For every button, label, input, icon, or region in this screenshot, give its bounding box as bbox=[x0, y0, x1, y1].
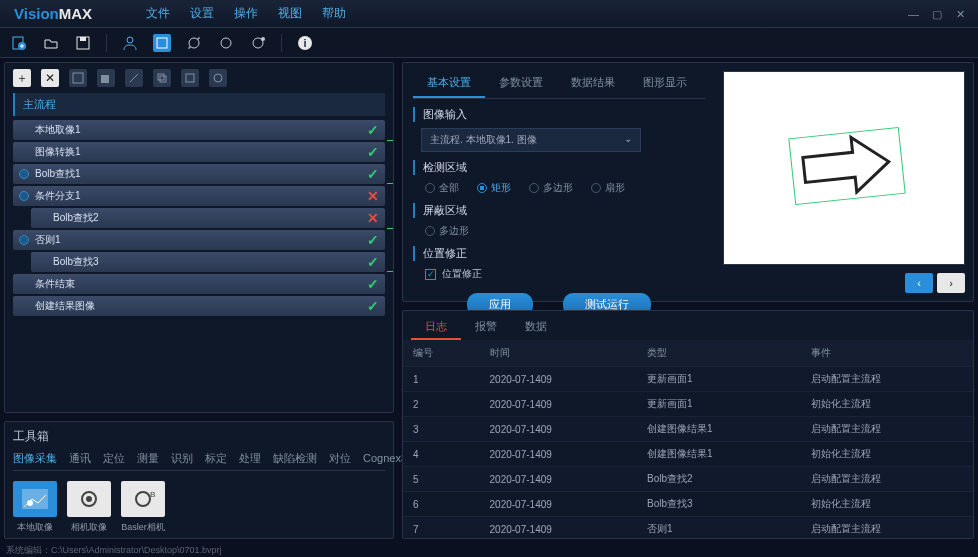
toolbox-tab[interactable]: 图像采集 bbox=[13, 451, 57, 466]
svg-rect-5 bbox=[157, 38, 167, 48]
radio-rect[interactable]: 矩形 bbox=[477, 181, 511, 195]
prev-button[interactable]: ‹ bbox=[905, 273, 933, 293]
flow-t4-button[interactable] bbox=[153, 69, 171, 87]
menu-settings[interactable]: 设置 bbox=[190, 5, 214, 22]
flow-item[interactable]: 本地取像1✓ bbox=[13, 120, 385, 140]
flow-item[interactable]: Bolb查找2✕ bbox=[31, 208, 385, 228]
toolbox-item[interactable]: 相机取像 bbox=[67, 481, 111, 534]
sec-image-input: 图像输入 bbox=[413, 107, 705, 122]
log-panel: 日志 报警 数据 编号时间类型事件12020-07-1409更新画面1启动配置主… bbox=[402, 310, 974, 539]
table-row[interactable]: 72020-07-1409否则1启动配置主流程 bbox=[403, 517, 973, 539]
svg-rect-10 bbox=[101, 75, 109, 83]
radio-all[interactable]: 全部 bbox=[425, 181, 459, 195]
radio-fan[interactable]: 扇形 bbox=[591, 181, 625, 195]
check-icon: ✓ bbox=[367, 144, 379, 160]
flow-t2-button[interactable] bbox=[97, 69, 115, 87]
log-header: 类型 bbox=[637, 340, 801, 367]
svg-point-6 bbox=[261, 37, 265, 41]
toolbox-tab[interactable]: 通讯 bbox=[69, 451, 91, 466]
loop3-icon[interactable] bbox=[249, 34, 267, 52]
tool-icon[interactable] bbox=[153, 34, 171, 52]
table-row[interactable]: 42020-07-1409创建图像结果1初始化主流程 bbox=[403, 442, 973, 467]
table-row[interactable]: 62020-07-1409Bolb查找3初始化主流程 bbox=[403, 492, 973, 517]
user-icon[interactable] bbox=[121, 34, 139, 52]
toolbox-item[interactable]: 本地取像 bbox=[13, 481, 57, 534]
toolbox-panel: 工具箱 图像采集通讯定位测量识别标定处理缺陷检测对位Cognex检测工具> 本地… bbox=[4, 421, 394, 539]
svg-rect-21 bbox=[789, 127, 905, 204]
info-icon[interactable]: i bbox=[296, 34, 314, 52]
minimize-icon[interactable]: — bbox=[908, 8, 920, 20]
log-header: 时间 bbox=[480, 340, 637, 367]
menu-help[interactable]: 帮助 bbox=[322, 5, 346, 22]
toolbox-tab[interactable]: 识别 bbox=[171, 451, 193, 466]
flow-item[interactable]: 创建结果图像✓ bbox=[13, 296, 385, 316]
flow-item[interactable]: Bolb查找3✓ bbox=[31, 252, 385, 272]
table-row[interactable]: 12020-07-1409更新画面1启动配置主流程 bbox=[403, 367, 973, 392]
flow-t3-button[interactable] bbox=[125, 69, 143, 87]
table-row[interactable]: 22020-07-1409更新画面1初始化主流程 bbox=[403, 392, 973, 417]
preview-image[interactable] bbox=[723, 71, 965, 265]
maximize-icon[interactable]: ▢ bbox=[932, 8, 944, 20]
expand-icon[interactable] bbox=[19, 191, 29, 201]
new-icon[interactable] bbox=[10, 34, 28, 52]
toolbox-tab[interactable]: 处理 bbox=[239, 451, 261, 466]
svg-point-19 bbox=[136, 492, 150, 506]
open-icon[interactable] bbox=[42, 34, 60, 52]
menu-view[interactable]: 视图 bbox=[278, 5, 302, 22]
flow-t5-button[interactable] bbox=[181, 69, 199, 87]
cross-icon: ✕ bbox=[367, 188, 379, 204]
toolbox-tab[interactable]: 缺陷检测 bbox=[273, 451, 317, 466]
svg-text:B: B bbox=[150, 490, 155, 499]
radio-mask-poly[interactable]: 多边形 bbox=[425, 224, 469, 238]
pos-checkbox[interactable]: ✓ bbox=[425, 269, 436, 280]
flow-item[interactable]: 否则1✓ bbox=[13, 230, 385, 250]
flow-item[interactable]: 条件结束✓ bbox=[13, 274, 385, 294]
menu-file[interactable]: 文件 bbox=[146, 5, 170, 22]
toolbox-tab[interactable]: 定位 bbox=[103, 451, 125, 466]
flow-add-button[interactable]: ＋ bbox=[13, 69, 31, 87]
tab-graph[interactable]: 图形显示 bbox=[629, 69, 701, 98]
flow-t1-button[interactable] bbox=[69, 69, 87, 87]
loop2-icon[interactable] bbox=[217, 34, 235, 52]
flow-del-button[interactable]: ✕ bbox=[41, 69, 59, 87]
svg-point-14 bbox=[214, 74, 222, 82]
loop1-icon[interactable] bbox=[185, 34, 203, 52]
tab-basic[interactable]: 基本设置 bbox=[413, 69, 485, 98]
svg-rect-3 bbox=[80, 37, 86, 41]
tab-logdata[interactable]: 数据 bbox=[511, 315, 561, 340]
log-header: 事件 bbox=[801, 340, 973, 367]
titlebar: VisionMAX 文件 设置 操作 视图 帮助 — ▢ ✕ bbox=[0, 0, 978, 28]
close-icon[interactable]: ✕ bbox=[956, 8, 968, 20]
toolbox-tab[interactable]: 对位 bbox=[329, 451, 351, 466]
tab-log[interactable]: 日志 bbox=[411, 315, 461, 340]
radio-poly[interactable]: 多边形 bbox=[529, 181, 573, 195]
settings-panel: 基本设置 参数设置 数据结果 图形显示 图像输入 主流程. 本地取像1. 图像⌄… bbox=[402, 62, 974, 302]
svg-point-18 bbox=[86, 496, 92, 502]
flow-item[interactable]: 图像转换1✓ bbox=[13, 142, 385, 162]
check-icon: ✓ bbox=[367, 122, 379, 138]
table-row[interactable]: 32020-07-1409创建图像结果1启动配置主流程 bbox=[403, 417, 973, 442]
toolbox-tab[interactable]: 测量 bbox=[137, 451, 159, 466]
tab-params[interactable]: 参数设置 bbox=[485, 69, 557, 98]
toolbox-item[interactable]: BBasler相机 bbox=[121, 481, 165, 534]
svg-point-4 bbox=[127, 37, 133, 43]
flow-item[interactable]: 条件分支1✕ bbox=[13, 186, 385, 206]
expand-icon[interactable] bbox=[19, 169, 29, 179]
flow-t6-button[interactable] bbox=[209, 69, 227, 87]
tab-alarm[interactable]: 报警 bbox=[461, 315, 511, 340]
sec-mask: 屏蔽区域 bbox=[413, 203, 705, 218]
table-row[interactable]: 52020-07-1409Bolb查找2启动配置主流程 bbox=[403, 467, 973, 492]
svg-rect-11 bbox=[158, 74, 164, 80]
next-button[interactable]: › bbox=[937, 273, 965, 293]
toolbox-tab[interactable]: 标定 bbox=[205, 451, 227, 466]
sec-pos: 位置修正 bbox=[413, 246, 705, 261]
save-icon[interactable] bbox=[74, 34, 92, 52]
tab-data[interactable]: 数据结果 bbox=[557, 69, 629, 98]
image-source-dropdown[interactable]: 主流程. 本地取像1. 图像⌄ bbox=[421, 128, 641, 152]
sec-detect: 检测区域 bbox=[413, 160, 705, 175]
check-icon: ✓ bbox=[367, 276, 379, 292]
expand-icon[interactable] bbox=[19, 235, 29, 245]
status-bar: 系统编辑：C:\Users\Administrator\Desktop\0701… bbox=[0, 543, 978, 557]
menu-operate[interactable]: 操作 bbox=[234, 5, 258, 22]
flow-item[interactable]: Bolb查找1✓ bbox=[13, 164, 385, 184]
